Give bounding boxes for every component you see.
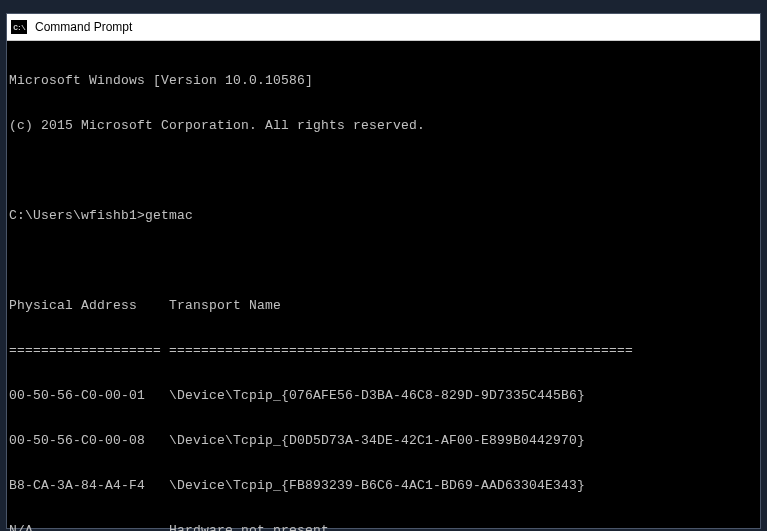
app-icon-text: C:\ [13, 23, 24, 32]
blank-line [9, 163, 760, 178]
prompt: C:\Users\wfishb1> [9, 208, 145, 223]
command-prompt-window: C:\ Command Prompt Microsoft Windows [Ve… [6, 13, 761, 529]
version-line: Microsoft Windows [Version 10.0.10586] [9, 73, 760, 88]
table-row: N/A Hardware not present [9, 523, 760, 531]
table-header: Physical Address Transport Name [9, 298, 760, 313]
transport-name: \Device\Tcpip_{076AFE56-D3BA-46C8-829D-9… [145, 388, 585, 403]
table-row: 00-50-56-C0-00-01 \Device\Tcpip_{076AFE5… [9, 388, 760, 403]
table-row: B8-CA-3A-84-A4-F4 \Device\Tcpip_{FB89323… [9, 478, 760, 493]
title-bar[interactable]: C:\ Command Prompt [7, 14, 760, 41]
transport-name: \Device\Tcpip_{D0D5D73A-34DE-42C1-AF00-E… [145, 433, 585, 448]
transport-name: \Device\Tcpip_{FB893239-B6C6-4AC1-BD69-A… [145, 478, 585, 493]
physical-address: 00-50-56-C0-00-08 [9, 433, 145, 448]
copyright-line: (c) 2015 Microsoft Corporation. All righ… [9, 118, 760, 133]
blank-line [9, 253, 760, 268]
transport-name: Hardware not present [33, 523, 329, 531]
terminal-output[interactable]: Microsoft Windows [Version 10.0.10586] (… [7, 41, 760, 531]
physical-address: 00-50-56-C0-00-01 [9, 388, 145, 403]
command-line-1: C:\Users\wfishb1>getmac [9, 208, 760, 223]
table-divider: =================== ====================… [9, 343, 760, 358]
physical-address: B8-CA-3A-84-A4-F4 [9, 478, 145, 493]
command-input: getmac [145, 208, 193, 223]
app-icon: C:\ [11, 20, 27, 34]
window-title: Command Prompt [35, 20, 132, 34]
physical-address: N/A [9, 523, 33, 531]
table-row: 00-50-56-C0-00-08 \Device\Tcpip_{D0D5D73… [9, 433, 760, 448]
